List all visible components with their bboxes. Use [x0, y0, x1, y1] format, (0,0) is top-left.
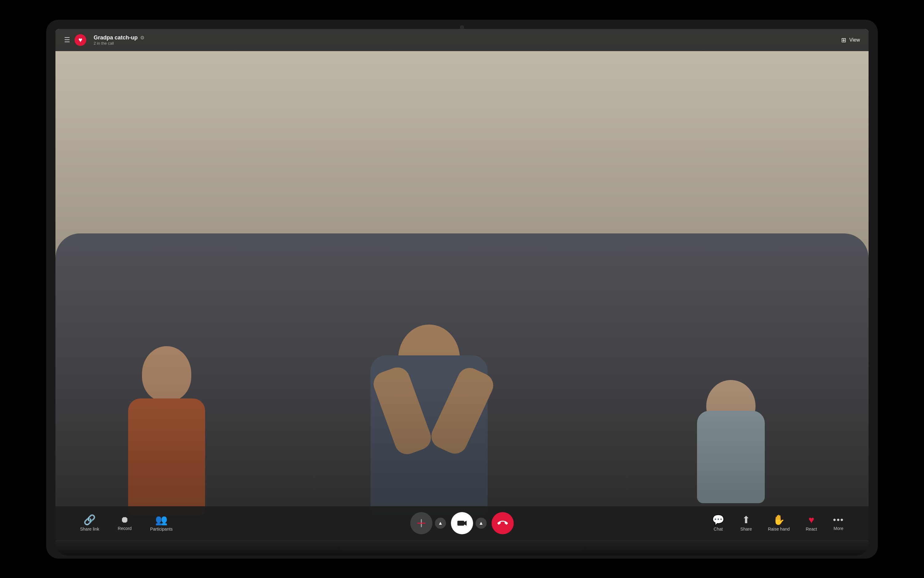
toolbar-right: 💬 Chat ⬆ Share ✋ Raise hand ♥ React ••• — [712, 515, 844, 531]
call-title-block: Gradpa catch-up ⚙ 2 in the call — [94, 34, 145, 45]
share-link-label: Share link — [80, 526, 99, 531]
girl-head — [142, 346, 191, 401]
girl-figure — [120, 346, 213, 515]
camera-icon — [457, 519, 467, 528]
toolbar-center: ▲ ▲ — [410, 512, 514, 534]
chat-label: Chat — [714, 526, 723, 531]
share-icon: ⬆ — [742, 515, 750, 525]
participants-button[interactable]: 👥 Participants — [150, 515, 172, 531]
react-button[interactable]: ♥ React — [806, 515, 817, 531]
video-feed — [55, 29, 869, 540]
record-label: Record — [118, 526, 132, 531]
title-row: Gradpa catch-up ⚙ — [94, 34, 145, 41]
share-button[interactable]: ⬆ Share — [740, 515, 752, 531]
end-call-icon — [497, 518, 508, 528]
camera-caret[interactable]: ▲ — [476, 518, 487, 529]
mic-icon — [417, 519, 425, 528]
camera-button[interactable] — [451, 512, 473, 534]
raise-hand-button[interactable]: ✋ Raise hand — [768, 515, 790, 531]
mic-group: ▲ — [410, 512, 446, 534]
settings-icon[interactable]: ⚙ — [140, 35, 145, 41]
view-button[interactable]: ⊞ View — [841, 36, 860, 44]
more-button[interactable]: ••• More — [833, 515, 844, 531]
more-label: More — [833, 526, 843, 531]
laptop-base — [339, 546, 585, 550]
baby-shirt — [697, 411, 765, 503]
dad-figure — [364, 325, 494, 515]
laptop-frame: ☰ ♥ Gradpa catch-up ⚙ 2 in the call ⊞ Vi… — [46, 20, 878, 559]
record-button[interactable]: ⏺ Record — [118, 515, 132, 531]
top-bar: ☰ ♥ Gradpa catch-up ⚙ 2 in the call ⊞ Vi… — [55, 29, 869, 51]
view-label: View — [849, 37, 860, 43]
camera-caret-icon: ▲ — [479, 520, 484, 526]
raise-hand-label: Raise hand — [768, 526, 790, 531]
laptop-bottom — [55, 540, 869, 555]
mic-button[interactable] — [410, 512, 432, 534]
baby-figure — [691, 380, 771, 503]
end-call-button[interactable] — [492, 512, 514, 534]
call-subtitle: 2 in the call — [94, 41, 145, 45]
svg-rect-2 — [457, 521, 464, 526]
heart-icon: ♥ — [78, 36, 82, 44]
share-label: Share — [740, 526, 752, 531]
mic-caret-icon: ▲ — [438, 520, 443, 526]
record-icon: ⏺ — [120, 515, 129, 524]
call-title: Gradpa catch-up — [94, 34, 138, 41]
react-icon: ♥ — [809, 515, 814, 525]
camera-group: ▲ — [451, 512, 487, 534]
chat-button[interactable]: 💬 Chat — [712, 515, 724, 531]
more-icon: ••• — [833, 515, 844, 524]
svg-marker-3 — [464, 521, 467, 526]
screen: ☰ ♥ Gradpa catch-up ⚙ 2 in the call ⊞ Vi… — [55, 29, 869, 540]
bottom-toolbar: 🔗 Share link ⏺ Record 👥 Participants — [55, 506, 869, 540]
toolbar-left: 🔗 Share link ⏺ Record 👥 Participants — [80, 515, 173, 531]
menu-icon[interactable]: ☰ — [64, 36, 70, 44]
girl-shirt — [128, 398, 205, 515]
share-link-icon: 🔗 — [83, 515, 96, 525]
share-link-button[interactable]: 🔗 Share link — [80, 515, 99, 531]
video-area — [55, 29, 869, 540]
mic-caret[interactable]: ▲ — [435, 518, 446, 529]
raise-hand-icon: ✋ — [773, 515, 785, 525]
view-icon: ⊞ — [841, 36, 846, 44]
call-avatar: ♥ — [75, 34, 86, 46]
chat-icon: 💬 — [712, 515, 724, 525]
participants-label: Participants — [150, 526, 172, 531]
participants-icon: 👥 — [155, 515, 167, 525]
react-label: React — [806, 526, 817, 531]
top-bar-left: ☰ ♥ Gradpa catch-up ⚙ 2 in the call — [64, 34, 145, 46]
